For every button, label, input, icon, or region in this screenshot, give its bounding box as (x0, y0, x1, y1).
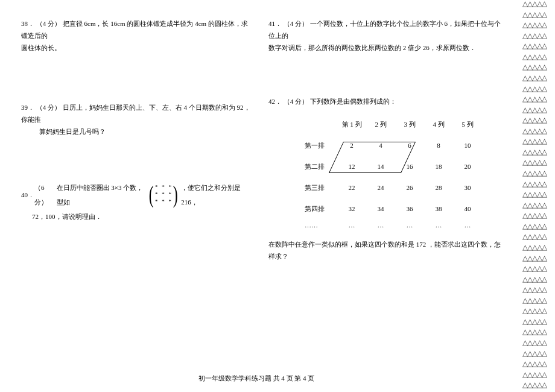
triangle-deco-icon: △△△△△ (522, 74, 555, 85)
question-42: 42． （4 分） 下列数阵是由偶数排列成的： 第 1 列 2 列 3 列 4 … (268, 96, 504, 262)
triangle-deco-icon: △△△△△ (522, 85, 555, 96)
triangle-deco-icon: △△△△△ (522, 169, 555, 180)
triangle-deco-icon: △△△△△ (522, 116, 555, 127)
triangle-deco-icon: △△△△△ (522, 265, 555, 276)
matrix-icon: ( * * * * * * * * * ) (147, 184, 180, 206)
table-row: …… … … … … … (305, 220, 482, 232)
triangle-deco-icon: △△△△△ (522, 276, 555, 286)
triangle-deco-icon: △△△△△ (522, 127, 555, 138)
q42-text-a: 下列数阵是由偶数排列成的： (310, 98, 396, 105)
triangle-deco-icon: △△△△△ (522, 307, 555, 318)
question-38: 38． （4 分） 把直径 6cm，长 16cm 的圆柱体锻造成半径为 4cm … (21, 18, 250, 54)
col-header: 2 列 (366, 114, 395, 135)
triangle-deco-icon: △△△△△ (522, 212, 555, 223)
triangle-deco-icon: △△△△△ (522, 371, 555, 382)
decorative-strip: △△△△△△△△△△△△△△△△△△△△△△△△△△△△△△△△△△△△△△△△… (522, 0, 555, 392)
matrix-body: * * * * * * * * * (155, 184, 171, 205)
q40-text-c: 72，100，请说明理由． (21, 209, 250, 224)
q40-num: 40． (21, 188, 34, 202)
triangle-deco-icon: △△△△△ (522, 0, 555, 11)
left-paren-icon: ( (148, 184, 153, 206)
triangle-deco-icon: △△△△△ (522, 318, 555, 329)
q41-num: 41． (268, 20, 282, 27)
triangle-deco-icon: △△△△△ (522, 286, 555, 297)
q40-text-b: ，使它们之和分别是 216， (181, 180, 250, 209)
triangle-deco-icon: △△△△△ (522, 32, 555, 43)
q39-text-b: 算妈妈生日是几号吗？ (21, 126, 250, 138)
q39-num: 39． (21, 104, 34, 111)
triangle-deco-icon: △△△△△ (522, 360, 555, 371)
triangle-deco-icon: △△△△△ (522, 95, 555, 106)
triangle-deco-icon: △△△△△ (522, 106, 555, 117)
q41-text-b: 数字对调后，那么所得的两位数比原两位数的 2 倍少 26，求原两位数． (268, 42, 504, 54)
triangle-deco-icon: △△△△△ (522, 180, 555, 191)
triangle-deco-icon: △△△△△ (522, 244, 555, 254)
triangle-deco-icon: △△△△△ (522, 223, 555, 233)
triangle-deco-icon: △△△△△ (522, 11, 555, 22)
triangle-deco-icon: △△△△△ (522, 254, 555, 265)
triangle-deco-icon: △△△△△ (522, 297, 555, 308)
triangle-deco-icon: △△△△△ (522, 42, 555, 53)
triangle-deco-icon: △△△△△ (522, 328, 555, 339)
question-39: 39． （4 分） 日历上，妈妈生日那天的上、下、左、右 4 个日期数的和为 9… (21, 102, 250, 138)
table-row: 第四排 32 34 36 38 40 (305, 198, 482, 220)
triangle-deco-icon: △△△△△ (522, 159, 555, 169)
triangle-deco-icon: △△△△△ (522, 201, 555, 212)
number-array: 第 1 列 2 列 3 列 4 列 5 列 第一排 2 4 6 8 10 (305, 114, 504, 232)
table-row: 第一排 2 4 6 8 10 (305, 135, 482, 156)
q42-text-b: 在数阵中任意作一类似的框，如果这四个数的和是 172 ，能否求出这四个数，怎样求… (268, 239, 504, 263)
col-header: 5 列 (453, 114, 482, 135)
page-footer: 初一年级数学学科练习题 共 4 页 第 4 页 (0, 374, 513, 383)
triangle-deco-icon: △△△△△ (522, 350, 555, 361)
col-header: 4 列 (424, 114, 453, 135)
triangle-deco-icon: △△△△△ (522, 339, 555, 350)
triangle-deco-icon: △△△△△ (522, 381, 555, 392)
col-header: 3 列 (395, 114, 424, 135)
q38-num: 38． (21, 20, 34, 27)
triangle-deco-icon: △△△△△ (522, 233, 555, 244)
triangle-deco-icon: △△△△△ (522, 53, 555, 64)
q41-points: （4 分） (284, 20, 308, 27)
q40-points: （6 分） (34, 180, 57, 209)
triangle-deco-icon: △△△△△ (522, 148, 555, 159)
q42-num: 42． (268, 98, 282, 105)
q38-points: （4 分） (36, 20, 61, 27)
right-paren-icon: ) (173, 184, 178, 206)
q38-text-b: 圆柱体的长。 (21, 42, 250, 54)
triangle-deco-icon: △△△△△ (522, 138, 555, 148)
table-row: 第三排 22 24 26 28 30 (305, 177, 482, 198)
triangle-deco-icon: △△△△△ (522, 21, 555, 32)
triangle-deco-icon: △△△△△ (522, 191, 555, 201)
q42-points: （4 分） (284, 98, 308, 105)
triangle-deco-icon: △△△△△ (522, 63, 555, 74)
col-header: 第 1 列 (337, 114, 366, 135)
question-41: 41． （4 分） 一个两位数，十位上的数字比个位上的数字小 6，如果把十位与个… (268, 18, 504, 54)
question-40: 40． （6 分） 在日历中能否圈出 3×3 个数，型如 ( * * * * *… (21, 180, 250, 224)
q40-text-a: 在日历中能否圈出 3×3 个数，型如 (57, 180, 145, 209)
q39-points: （4 分） (36, 104, 61, 111)
table-row: 第二排 12 14 16 18 20 (305, 156, 482, 177)
